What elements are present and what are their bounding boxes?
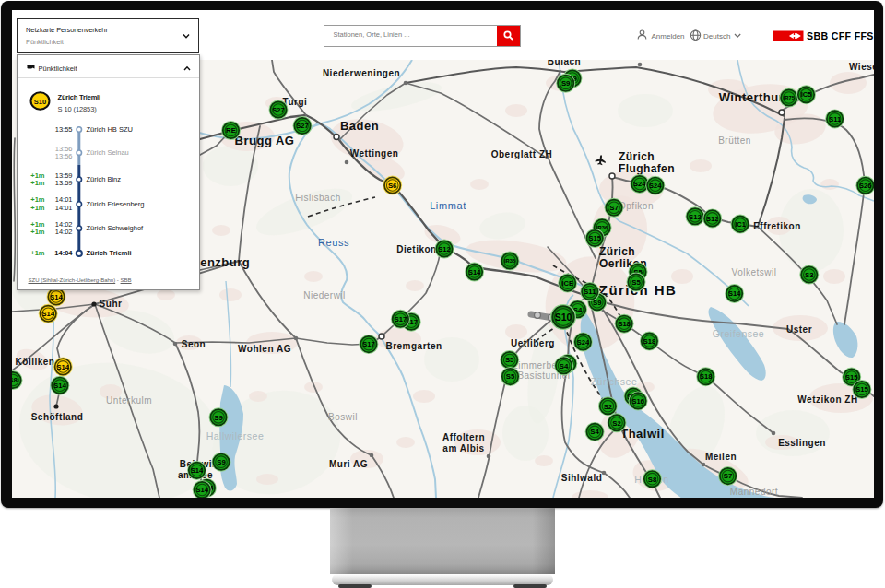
svg-text:S14: S14 [190, 466, 203, 475]
svg-text:Zürich: Zürich [599, 245, 635, 258]
svg-text:Affoltern: Affoltern [442, 432, 484, 442]
svg-text:Zürich: Zürich [619, 150, 655, 163]
svg-text:S18: S18 [618, 320, 630, 328]
svg-text:Effretikon: Effretikon [753, 221, 801, 231]
svg-text:S15: S15 [856, 385, 867, 394]
svg-text:S9: S9 [214, 414, 223, 422]
svg-text:S7: S7 [723, 472, 732, 480]
svg-text:Suhr: Suhr [99, 299, 122, 309]
svg-text:S9: S9 [217, 458, 226, 466]
svg-text:Baden: Baden [339, 119, 378, 133]
svg-text:IC1: IC1 [735, 220, 746, 229]
svg-text:S26: S26 [859, 182, 871, 190]
svg-text:Thalwil: Thalwil [620, 427, 665, 441]
svg-text:S5: S5 [504, 356, 513, 364]
svg-text:Dietikon: Dietikon [396, 244, 436, 254]
svg-text:S14: S14 [195, 486, 208, 494]
svg-text:Limmat: Limmat [430, 200, 466, 211]
svg-text:RE: RE [226, 126, 236, 135]
svg-text:S18: S18 [643, 337, 655, 346]
svg-text:S17: S17 [362, 340, 374, 348]
svg-text:Wetzikon ZH: Wetzikon ZH [797, 394, 857, 405]
svg-text:S12: S12 [689, 213, 701, 221]
svg-text:S10: S10 [554, 312, 572, 323]
svg-text:IC5: IC5 [800, 90, 811, 99]
svg-text:Volketswil: Volketswil [731, 267, 776, 277]
svg-text:Wiesen: Wiesen [849, 62, 874, 72]
svg-text:Brugg AG: Brugg AG [234, 134, 294, 147]
svg-text:ICE: ICE [561, 279, 573, 288]
svg-text:S14: S14 [53, 382, 66, 390]
svg-text:Fislisbach: Fislisbach [295, 193, 340, 203]
svg-text:Uetliberg: Uetliberg [511, 338, 555, 348]
svg-text:Lenzburg: Lenzburg [192, 255, 250, 269]
svg-text:S5: S5 [631, 278, 641, 287]
svg-text:S2: S2 [612, 419, 621, 428]
svg-text:S14: S14 [50, 293, 63, 301]
svg-text:S2: S2 [603, 403, 612, 411]
svg-text:S16: S16 [631, 397, 643, 406]
svg-text:S27: S27 [272, 106, 284, 114]
svg-text:S12: S12 [706, 215, 718, 223]
svg-text:S14: S14 [41, 310, 54, 318]
svg-text:Uster: Uster [785, 324, 811, 335]
svg-text:Kölliken: Kölliken [15, 357, 54, 367]
svg-text:S24: S24 [576, 338, 589, 347]
svg-text:Zürichsee: Zürichsee [590, 376, 637, 387]
svg-text:IR35: IR35 [503, 258, 515, 264]
svg-text:S4: S4 [590, 428, 599, 436]
svg-text:Winterthur: Winterthur [718, 90, 784, 104]
svg-text:Deutsch: Deutsch [703, 32, 730, 41]
svg-text:Oberglatt ZH: Oberglatt ZH [490, 149, 552, 159]
svg-text:S11: S11 [829, 115, 841, 123]
svg-text:S6: S6 [387, 182, 396, 190]
svg-text:S11: S11 [584, 288, 596, 296]
svg-text:Esslingen: Esslingen [778, 438, 826, 448]
svg-text:S14: S14 [467, 268, 480, 276]
svg-text:Hallwilersee: Hallwilersee [206, 430, 264, 441]
svg-text:Opfikon: Opfikon [619, 201, 654, 211]
svg-text:S17: S17 [394, 315, 406, 323]
svg-text:Boswil: Boswil [328, 412, 358, 422]
svg-text:S14: S14 [56, 363, 69, 371]
svg-text:Wohlen AG: Wohlen AG [238, 344, 291, 354]
svg-text:S18: S18 [700, 372, 712, 381]
svg-text:Sihlwald: Sihlwald [560, 473, 602, 483]
svg-text:S8: S8 [647, 476, 656, 484]
svg-text:S4: S4 [559, 362, 568, 370]
svg-text:S27: S27 [296, 122, 308, 130]
svg-text:Brütten: Brütten [718, 135, 751, 146]
svg-text:S15: S15 [845, 373, 857, 382]
svg-text:Niederwil: Niederwil [303, 290, 346, 300]
svg-text:Seon: Seon [181, 339, 205, 349]
svg-text:Schöftland: Schöftland [30, 412, 83, 422]
svg-text:S24: S24 [633, 180, 646, 188]
svg-text:S9: S9 [560, 79, 570, 88]
svg-text:SBB CFF FFS: SBB CFF FFS [807, 30, 874, 41]
svg-text:Männedorf: Männedorf [729, 487, 777, 497]
svg-text:Muri AG: Muri AG [328, 459, 367, 469]
svg-text:S7: S7 [609, 204, 619, 212]
svg-text:Flughafen: Flughafen [619, 162, 675, 175]
svg-text:Niederweningen: Niederweningen [322, 68, 399, 78]
svg-text:S8: S8 [12, 376, 18, 384]
svg-text:S24: S24 [649, 182, 662, 190]
svg-text:Greifensee: Greifensee [712, 328, 763, 339]
svg-text:S12: S12 [438, 245, 450, 253]
svg-text:Anmelden: Anmelden [651, 32, 684, 41]
svg-text:S5: S5 [505, 372, 514, 381]
svg-text:Unterkulm: Unterkulm [105, 395, 151, 406]
svg-text:Bremgarten: Bremgarten [385, 341, 442, 351]
svg-text:S3: S3 [805, 271, 814, 279]
svg-text:Wettingen: Wettingen [349, 148, 398, 159]
svg-text:am Albis: am Albis [442, 443, 484, 453]
svg-text:Reuss: Reuss [317, 237, 348, 248]
svg-text:Bülach: Bülach [547, 60, 580, 66]
svg-text:S15: S15 [588, 234, 600, 242]
svg-text:S14: S14 [727, 289, 740, 298]
svg-text:IR75: IR75 [783, 95, 795, 100]
svg-text:Meilen: Meilen [704, 452, 736, 462]
